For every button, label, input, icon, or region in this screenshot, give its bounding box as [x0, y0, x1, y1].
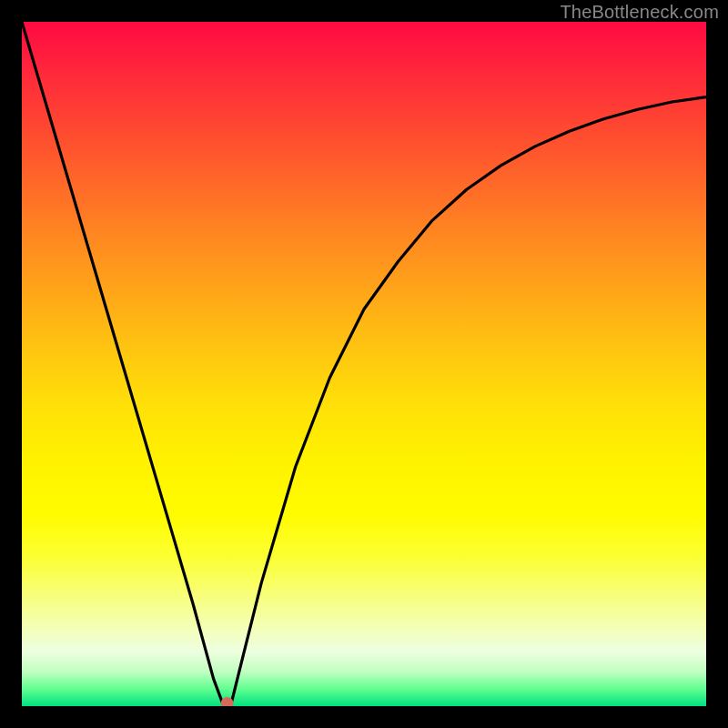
bottleneck-curve-path: [22, 22, 706, 706]
chart-container: [22, 22, 706, 706]
curve-layer: [22, 22, 706, 706]
watermark-text: TheBottleneck.com: [560, 2, 719, 23]
plot-gradient-background: [22, 22, 706, 706]
